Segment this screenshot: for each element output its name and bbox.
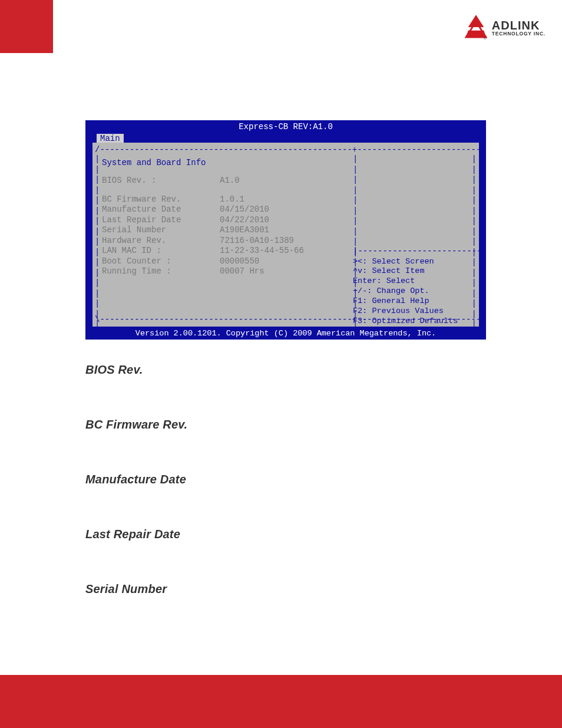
bios-row-value: 00000550 <box>220 256 341 267</box>
footer-accent <box>0 675 562 728</box>
ascii-border-top: /---------------------------------------… <box>95 145 477 154</box>
bios-row: BIOS Rev. : A1.0 <box>102 176 341 186</box>
brand-subtitle: TECHNOLOGY INC. <box>492 31 546 37</box>
bios-hint: F3: Optimized Defaults <box>353 317 472 327</box>
doc-headings: BIOS Rev. BC Firmware Rev. Manufacture D… <box>85 363 486 596</box>
bios-row: Last Repair Date04/22/2010 <box>102 215 341 226</box>
bios-hint: ><: Select Screen <box>353 257 472 267</box>
brand-logo: ® ADLINK TECHNOLOGY INC. <box>465 15 546 41</box>
bios-row-value: 04/15/2010 <box>220 205 341 215</box>
bios-row: Manufacture Date04/15/2010 <box>102 205 341 215</box>
bios-row-label: BC Firmware Rev. <box>102 195 220 205</box>
bios-row-label: LAN MAC ID : <box>102 246 220 256</box>
bios-row-value: 11-22-33-44-55-66 <box>220 246 341 256</box>
bios-section-heading: System and Board Info <box>102 158 341 167</box>
bios-hint: ^v: Select Item <box>353 266 472 276</box>
doc-heading: BIOS Rev. <box>85 363 486 377</box>
bios-row-label: Hardware Rev. <box>102 236 220 246</box>
doc-heading: Manufacture Date <box>85 473 486 486</box>
bios-row-label: Last Repair Date <box>102 215 220 226</box>
bios-main-panel: System and Board Info BIOS Rev. : A1.0 B… <box>95 154 348 315</box>
bios-row: LAN MAC ID :11-22-33-44-55-66 <box>102 246 341 256</box>
bios-row: BC Firmware Rev.1.0.1 <box>102 195 341 205</box>
bios-row-label: Running Time : <box>102 266 220 277</box>
svg-marker-2 <box>466 31 486 37</box>
bios-row-label: BIOS Rev. : <box>102 176 220 186</box>
doc-heading: BC Firmware Rev. <box>85 418 486 431</box>
ascii-side-divider: |------------------------- <box>353 246 472 257</box>
bios-row-value: A190EA3001 <box>220 225 341 236</box>
corner-accent <box>0 0 53 53</box>
doc-heading: Serial Number <box>85 582 486 596</box>
bios-row-label: Manufacture Date <box>102 205 220 215</box>
bios-row: Serial NumberA190EA3001 <box>102 225 341 236</box>
bios-row: Boot Counter :00000550 <box>102 256 341 267</box>
brand-name: ADLINK <box>492 19 546 31</box>
bios-title: Express-CB REV:A1.0 <box>85 120 486 133</box>
bios-row: Hardware Rev.72116-0A10-1389 <box>102 236 341 246</box>
bios-row: Running Time :00007 Hrs <box>102 266 341 277</box>
adlink-arrow-icon: ® <box>465 15 487 41</box>
bios-row-value: A1.0 <box>220 176 341 186</box>
bios-row-label: Serial Number <box>102 225 220 236</box>
bios-hint: F1: General Help <box>353 297 472 307</box>
bios-hint: +/-: Change Opt. <box>353 286 472 297</box>
doc-heading: Last Repair Date <box>85 528 486 541</box>
bios-row-value: 00007 Hrs <box>220 266 341 277</box>
bios-hint: Enter: Select <box>353 276 472 286</box>
bios-body: /---------------------------------------… <box>92 143 479 327</box>
bios-screenshot: Express-CB REV:A1.0 Main /--------------… <box>85 120 486 340</box>
bios-footer: Version 2.00.1201. Copyright (C) 2009 Am… <box>85 329 486 338</box>
bios-hint: F2: Previous Values <box>353 307 472 317</box>
bios-row-value: 1.0.1 <box>220 195 341 205</box>
bios-row-value: 72116-0A10-1389 <box>220 236 341 246</box>
bios-help-panel: |------------------------- ><: Select Sc… <box>348 154 477 315</box>
bios-row-label: Boot Counter : <box>102 256 220 267</box>
bios-row-value: 04/22/2010 <box>220 215 341 226</box>
